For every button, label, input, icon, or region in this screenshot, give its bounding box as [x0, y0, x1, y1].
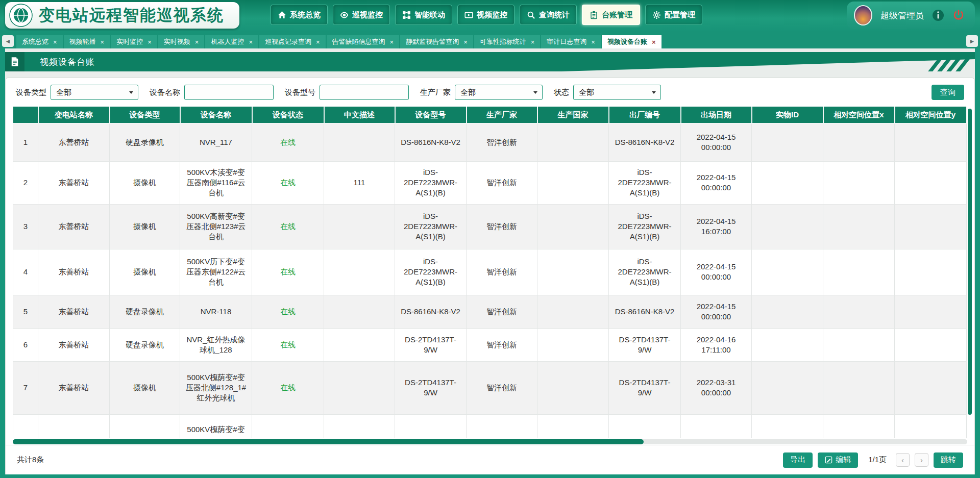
table-cell: 智洋创新 — [467, 204, 537, 249]
status-select[interactable]: 全部 — [573, 85, 661, 100]
tab-10[interactable]: 视频设备台账× — [602, 35, 662, 48]
column-header: 设备型号 — [395, 107, 467, 123]
table-cell — [895, 361, 967, 414]
page-indicator: 1/1页 — [868, 455, 887, 465]
tab-close-icon[interactable]: × — [591, 38, 595, 46]
tab-close-icon[interactable]: × — [316, 38, 320, 46]
table-row: 500KV槐荫变#变 — [13, 414, 967, 438]
table-cell: 2022-04-16 17:11:00 — [681, 329, 752, 361]
tab-9[interactable]: 审计日志查询× — [541, 35, 601, 48]
filter-group-device-type: 设备类型全部 — [16, 85, 138, 100]
page-title: 视频设备台账 — [40, 56, 95, 68]
tab-close-icon[interactable]: × — [463, 38, 468, 46]
table-cell: 500KV木渎变#变压器南侧#116#云台机 — [180, 161, 252, 204]
tab-7[interactable]: 静默监视告警查询× — [400, 35, 473, 48]
top-header: 变电站远程智能巡视系统 系统总览巡视监控智能联动视频监控查询统计台账管理配置管理… — [0, 0, 980, 31]
device-model-input[interactable] — [320, 85, 409, 100]
tab-3[interactable]: 实时视频× — [158, 35, 205, 48]
tab-6[interactable]: 告警缺陷信息查询× — [327, 35, 400, 48]
titlebar-stripes-decor — [936, 52, 968, 71]
manufacturer-select[interactable]: 全部 — [455, 85, 543, 100]
gear-icon — [652, 11, 661, 19]
selected-value: 全部 — [579, 88, 594, 97]
table-cell: 摄像机 — [110, 161, 180, 204]
tab-close-icon[interactable]: × — [652, 38, 656, 46]
query-button[interactable]: 查询 — [932, 85, 964, 100]
status-cell: 在线 — [252, 161, 324, 204]
tab-1[interactable]: 视频轮播× — [64, 35, 110, 48]
table-cell — [324, 361, 395, 414]
user-avatar[interactable] — [854, 5, 872, 26]
export-button[interactable]: 导出 — [783, 452, 813, 468]
column-header: 相对空间位置x — [823, 107, 895, 123]
horizontal-scrollbar-track — [13, 439, 967, 444]
tab-bar: ◄ 系统总览×视频轮播×实时监控×实时视频×机器人监控×巡视点记录查询×告警缺陷… — [0, 31, 980, 48]
table-cell: 摄像机 — [110, 204, 180, 249]
nav-label: 智能联动 — [414, 10, 445, 20]
search-icon — [527, 11, 535, 19]
power-icon[interactable] — [952, 9, 965, 21]
column-header: 设备类型 — [110, 107, 180, 123]
table-cell: 东善桥站 — [38, 249, 110, 295]
selected-value: 全部 — [460, 88, 476, 97]
tab-close-icon[interactable]: × — [148, 38, 152, 46]
tab-5[interactable]: 巡视点记录查询× — [259, 35, 326, 48]
edit-button[interactable]: 编辑 — [818, 452, 858, 468]
table-cell: DS-8616N-K8-V2 — [609, 295, 681, 329]
table-cell: iDS-2DE7223MWR-A(S1)(B) — [609, 249, 681, 295]
nav-button-query-stats[interactable]: 查询统计 — [520, 5, 577, 25]
table-cell: 2022-03-31 00:00:00 — [681, 361, 752, 414]
nav-button-config-management[interactable]: 配置管理 — [645, 5, 702, 25]
device-name-input[interactable] — [184, 85, 274, 100]
table-cell — [752, 161, 823, 204]
device-type-select[interactable]: 全部 — [51, 85, 138, 100]
chevron-left-icon: ‹ — [901, 456, 904, 464]
tab-8[interactable]: 可靠性指标统计× — [474, 35, 541, 48]
nav-button-system-overview[interactable]: 系统总览 — [271, 5, 328, 25]
tab-close-icon[interactable]: × — [531, 38, 535, 46]
table-cell — [537, 123, 609, 161]
tab-scroll-right-icon[interactable]: ► — [966, 35, 978, 47]
tab-close-icon[interactable]: × — [53, 38, 57, 46]
chevron-right-icon: › — [920, 456, 923, 464]
tab-close-icon[interactable]: × — [390, 38, 394, 46]
nav-button-smart-linkage[interactable]: 智能联动 — [395, 5, 452, 25]
nav-button-video-monitor[interactable]: 视频监控 — [457, 5, 514, 25]
horizontal-scrollbar-thumb[interactable] — [13, 439, 644, 444]
caret-down-icon — [652, 91, 656, 94]
tab-2[interactable]: 实时监控× — [111, 35, 157, 48]
tab-0[interactable]: 系统总览× — [16, 35, 63, 48]
next-page-button[interactable]: › — [915, 453, 928, 467]
table-cell — [752, 361, 823, 414]
prev-page-button[interactable]: ‹ — [896, 453, 910, 467]
table-cell: DS-2TD4137T-9/W — [395, 361, 467, 414]
content-area: 视频设备台账 设备类型全部设备名称设备型号生产厂家全部状态全部查询 变电站名称设… — [5, 48, 975, 474]
tab-close-icon[interactable]: × — [101, 38, 105, 46]
table-cell — [823, 123, 895, 161]
table-cell: 500KV历下变#变压器东侧#122#云台机 — [180, 249, 252, 295]
state-grid-logo-icon — [9, 4, 33, 27]
info-icon[interactable] — [932, 9, 944, 21]
nav-button-inspection-monitor[interactable]: 巡视监控 — [333, 5, 390, 25]
table-cell — [38, 414, 110, 438]
column-header: 变电站名称 — [38, 107, 110, 123]
table-cell: 1 — [13, 123, 38, 161]
table-cell — [609, 414, 681, 438]
tab-close-icon[interactable]: × — [195, 38, 199, 46]
jump-button-label: 跳转 — [941, 455, 956, 465]
table-cell: 2 — [13, 161, 38, 204]
video-icon — [464, 11, 473, 19]
table-cell — [110, 414, 180, 438]
tab-close-icon[interactable]: × — [249, 38, 253, 46]
nav-button-ledger-management[interactable]: 台账管理 — [582, 5, 640, 25]
tab-4[interactable]: 机器人监控× — [205, 35, 258, 48]
column-header: 相对空间位置y — [895, 107, 967, 123]
tab-scroll-left-icon[interactable]: ◄ — [2, 35, 14, 47]
jump-button[interactable]: 跳转 — [934, 452, 963, 468]
app-title: 变电站远程智能巡视系统 — [39, 5, 224, 26]
vertical-scrollbar-thumb[interactable] — [968, 109, 972, 415]
table-cell — [752, 204, 823, 249]
table-cell — [823, 361, 895, 414]
tab-label: 机器人监控 — [211, 37, 244, 46]
table-cell — [324, 204, 395, 249]
